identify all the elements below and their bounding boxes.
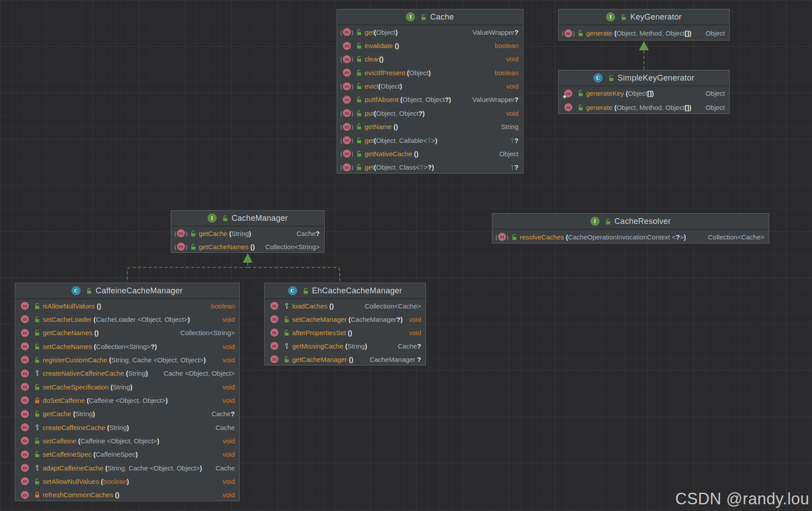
method-row[interactable]: mgetCacheManager ()CacheManager ?: [265, 353, 426, 366]
signature-token: Object: [706, 89, 725, 97]
signature-token: void: [222, 356, 235, 364]
method-icons: m: [340, 42, 365, 50]
method-row[interactable]: mdoSetCaffeine (Caffeine <Object, Object…: [15, 393, 239, 407]
method-row[interactable]: (m)getName ()String: [337, 120, 523, 134]
signature-token: ): [155, 343, 157, 350]
method-icons: m: [268, 342, 292, 350]
signature-token: Object: [499, 150, 519, 158]
method-row[interactable]: (m)getCache (String)Cache?: [171, 227, 324, 240]
method-row[interactable]: mputIfAbsent (Object, Object?)ValueWrapp…: [337, 93, 523, 106]
method-row[interactable]: mrefreshCommonCaches ()void: [15, 488, 239, 502]
signature-token: ): [204, 356, 206, 364]
method-row[interactable]: msetCaffeine (Caffeine <Object, Object>)…: [15, 434, 239, 447]
public-lock-icon: [577, 104, 584, 111]
abstract-method-marker: ): [573, 30, 575, 36]
class-header-caffeinecachemanager[interactable]: CCaffeineCacheManager: [15, 283, 239, 299]
class-node-ehcachecachemanager[interactable]: CEhCacheCacheManagermloadCaches ()Collec…: [264, 283, 426, 365]
class-node-keygenerator[interactable]: IKeyGenerator(m)generate (Object, Method…: [558, 9, 730, 41]
method-row[interactable]: mgetCache (String)Cache?: [15, 407, 239, 421]
public-lock-icon: [34, 410, 40, 417]
class-header-cachemanager[interactable]: ICacheManager: [171, 211, 324, 227]
method-row[interactable]: mafterPropertiesSet ()void: [265, 326, 426, 339]
method-row[interactable]: msetCacheNames (Collection<String>?)void: [15, 340, 239, 353]
method-row[interactable]: misAllowNullValues ()boolean: [15, 299, 239, 312]
method-icon: m: [21, 302, 29, 310]
method-list: (m)getCache (String)Cache?(m)getCacheNam…: [171, 227, 324, 253]
method-row[interactable]: msetCacheSpecification (String)void: [15, 380, 239, 393]
public-lock-icon: [34, 357, 40, 363]
method-icon: m: [343, 136, 351, 144]
method-row[interactable]: msetAllowNullValues (boolean)void: [15, 474, 239, 488]
method-row[interactable]: mcreateNativeCaffeineCache (String)Cache…: [15, 367, 239, 380]
public-lock-icon: [577, 90, 584, 97]
class-node-cachemanager[interactable]: ICacheManager(m)getCache (String)Cache?(…: [171, 210, 325, 253]
method-row[interactable]: (m)clear()void: [337, 53, 523, 66]
signature-token: ?: [151, 343, 155, 350]
method-icons: m: [18, 369, 43, 377]
method-row[interactable]: (m)get(Object)ValueWrapper?: [337, 25, 523, 39]
method-row[interactable]: mevictIfPresent (Object)boolean: [337, 66, 523, 79]
method-icon-letter: m: [21, 491, 29, 499]
signature-token: ?: [515, 163, 519, 171]
method-row[interactable]: mgetCacheNames ()Collection<String>: [15, 326, 239, 340]
method-row[interactable]: mgenerate (Object, Method, Object[])Obje…: [559, 101, 729, 115]
class-header-cacheresolver[interactable]: ICacheResolver: [492, 214, 769, 230]
method-row[interactable]: (m)put(Object, Object?)void: [337, 106, 523, 120]
method-row[interactable]: (m)getNativeCache ()Object: [337, 147, 523, 160]
method-name: get: [365, 137, 374, 144]
method-row[interactable]: (m)evict(Object)void: [337, 79, 523, 93]
method-signature: getMissingCache (String): [292, 342, 391, 350]
class-header-simplekeygenerator[interactable]: CSimpleKeyGenerator: [559, 70, 729, 86]
method-row[interactable]: (m)get(Object, Class<T>?)T?: [337, 161, 523, 174]
method-row[interactable]: mregisterCustomCache (String, Cache <Obj…: [15, 353, 239, 366]
signature-token: T: [511, 137, 515, 144]
method-name: getNativeCache: [365, 150, 412, 158]
class-header-keygenerator[interactable]: IKeyGenerator: [559, 9, 729, 25]
signature-token: ?: [396, 316, 400, 323]
class-node-caffeinecachemanager[interactable]: CCaffeineCacheManagermisAllowNullValues …: [15, 283, 240, 501]
signature-token: boolean: [103, 478, 127, 485]
method-icon: m: [21, 356, 29, 364]
method-row[interactable]: msetCacheManager (CacheManager?)void: [265, 312, 426, 326]
class-node-cacheresolver[interactable]: ICacheResolver(m)resolveCaches (CacheOpe…: [492, 213, 769, 243]
method-row[interactable]: (m)get(Object, Callable<T>)T?: [337, 134, 523, 147]
class-node-simplekeygenerator[interactable]: CSimpleKeyGeneratormgenerateKey (Object[…: [558, 70, 730, 114]
method-name: get: [365, 28, 374, 36]
method-row[interactable]: (m)getCacheNames ()Collection<String>: [171, 240, 324, 253]
signature-token: Object: [663, 104, 685, 111]
method-row[interactable]: msetCacheLoader (CacheLoader <Object, Ob…: [15, 312, 239, 326]
class-icon: C: [594, 73, 603, 82]
method-row[interactable]: mgetMissingCache (String)Cache?: [265, 339, 426, 353]
method-signature: get(Object, Callable<T>): [365, 137, 504, 144]
method-icon-letter: m: [21, 464, 29, 472]
method-row[interactable]: (m)resolveCaches (CacheOperationInvocati…: [492, 230, 769, 244]
method-return-type: void: [216, 343, 235, 350]
method-icon: m: [270, 302, 278, 310]
signature-token: Class<: [397, 163, 419, 171]
method-signature: evictIfPresent (Object): [365, 69, 489, 77]
method-icon-letter: m: [564, 103, 572, 111]
class-header-ehcachecachemanager[interactable]: CEhCacheCacheManager: [265, 283, 426, 299]
method-return-type: void: [402, 316, 421, 323]
protected-key-icon: [34, 465, 40, 471]
method-icons: m: [268, 328, 292, 337]
method-row[interactable]: madaptCaffeineCache (String, Cache <Obje…: [15, 461, 239, 474]
public-lock-icon: [605, 218, 611, 225]
method-icon: m: [177, 229, 185, 237]
signature-token: ): [93, 410, 95, 418]
public-lock-icon: [302, 288, 309, 294]
method-row[interactable]: mgenerateKey (Object[])Object: [559, 86, 729, 101]
method-signature: evict(Object): [365, 82, 500, 90]
method-icon-letter: m: [270, 342, 278, 350]
signature-token: ): [382, 55, 384, 63]
method-row[interactable]: msetCaffeineSpec (CaffeineSpec)void: [15, 448, 239, 461]
method-row[interactable]: minvalidate ()boolean: [337, 39, 523, 52]
signature-token: void: [409, 329, 421, 337]
method-row[interactable]: mcreateCaffeineCache (String)Cache: [15, 421, 239, 434]
class-header-cache[interactable]: ICache: [337, 9, 523, 25]
signature-token: ): [249, 230, 251, 237]
method-row[interactable]: (m)generate (Object, Method, Object[])Ob…: [559, 25, 729, 41]
method-name: put: [365, 110, 374, 117]
class-node-cache[interactable]: ICache(m)get(Object)ValueWrapper?minvali…: [337, 9, 523, 174]
method-row[interactable]: mloadCaches ()Collection<Cache>: [265, 299, 426, 312]
